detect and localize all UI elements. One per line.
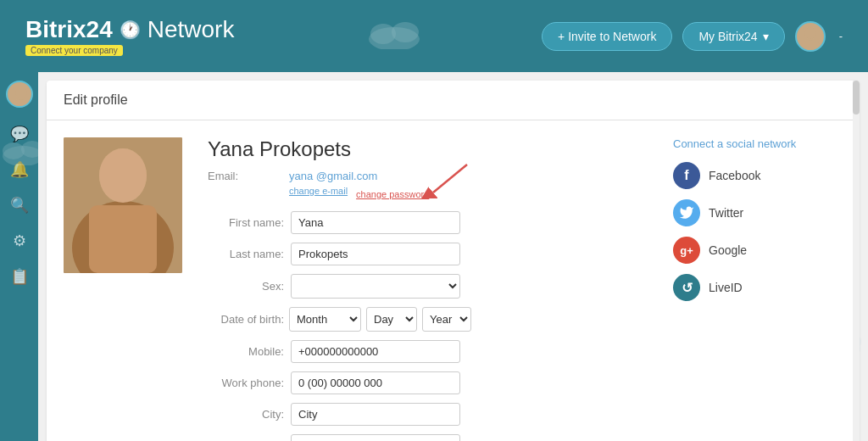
google-label: Google bbox=[709, 243, 747, 257]
main-container: 💬 🔔 🔍 ⚙ 📋 Edit profile bbox=[0, 72, 868, 441]
email-label: Email: bbox=[208, 170, 284, 182]
city-input[interactable] bbox=[291, 403, 460, 426]
svg-rect-17 bbox=[89, 205, 157, 273]
header-actions: + Invite to Network My Bitrix24 ▾ - bbox=[542, 21, 843, 52]
form-row-city: City: bbox=[208, 403, 648, 426]
google-icon: g+ bbox=[673, 237, 700, 264]
social-panel: Connect a social network f Facebook Twit… bbox=[673, 137, 843, 441]
change-email-link[interactable]: change e-mail bbox=[289, 186, 348, 201]
form-row-lastname: Last name: bbox=[208, 243, 648, 265]
logo-bitrix: Bitrix24 bbox=[25, 16, 113, 43]
svg-point-4 bbox=[800, 40, 821, 50]
sex-label: Sex: bbox=[208, 280, 284, 293]
scrollbar-track[interactable] bbox=[853, 81, 860, 441]
sidebar-user-avatar[interactable] bbox=[6, 81, 33, 108]
arrow-container: change password bbox=[356, 186, 429, 201]
edit-profile-panel: Edit profile bbox=[47, 81, 860, 441]
svg-point-3 bbox=[804, 27, 816, 39]
svg-point-9 bbox=[11, 99, 31, 108]
firstname-input[interactable] bbox=[291, 211, 460, 234]
twitter-icon bbox=[673, 199, 700, 226]
workphone-input[interactable] bbox=[291, 371, 460, 394]
city-label: City: bbox=[208, 408, 284, 421]
firstname-label: First name: bbox=[208, 216, 284, 229]
workphone-label: Work phone: bbox=[208, 377, 284, 389]
mobile-label: Mobile: bbox=[208, 345, 284, 358]
social-item-facebook[interactable]: f Facebook bbox=[673, 162, 843, 189]
scrollbar-thumb[interactable] bbox=[853, 81, 860, 114]
form-row-sex: Sex: Male Female bbox=[208, 274, 648, 299]
red-arrow-annotation bbox=[416, 160, 476, 198]
svg-point-8 bbox=[15, 87, 27, 98]
panel-body: Yana Prokopets Email: yana @gmail.com ch… bbox=[47, 120, 860, 441]
my-bitrix24-button[interactable]: My Bitrix24 ▾ bbox=[682, 22, 784, 51]
clock-icon: 🕐 bbox=[120, 20, 141, 40]
liveid-label: LiveID bbox=[709, 281, 743, 294]
facebook-label: Facebook bbox=[709, 169, 760, 182]
dob-year-select[interactable]: Year bbox=[422, 307, 471, 332]
form-row-company: Company: bbox=[208, 434, 648, 441]
form-row-dob: Date of birth: Month JanuaryFebruaryMarc… bbox=[208, 307, 648, 332]
email-actions: change e-mail change password bbox=[289, 186, 648, 201]
form-area: Yana Prokopets Email: yana @gmail.com ch… bbox=[208, 137, 648, 441]
social-item-liveid[interactable]: ↺ LiveID bbox=[673, 274, 843, 301]
lastname-input[interactable] bbox=[291, 243, 460, 265]
mobile-input[interactable] bbox=[291, 340, 460, 363]
header-avatar-menu-dot[interactable]: - bbox=[839, 30, 843, 42]
sex-select[interactable]: Male Female bbox=[291, 274, 460, 299]
invite-to-network-button[interactable]: + Invite to Network bbox=[542, 22, 672, 51]
form-row-firstname: First name: bbox=[208, 211, 648, 234]
logo-tagline: Connect your company bbox=[25, 45, 123, 56]
cloud-decoration-header bbox=[364, 15, 424, 53]
header-user-avatar[interactable] bbox=[795, 21, 826, 52]
content-area: Edit profile bbox=[38, 72, 868, 441]
sidebar-icon-tasks[interactable]: 📋 bbox=[10, 267, 29, 286]
dob-day-select[interactable]: Day bbox=[366, 307, 417, 332]
facebook-icon: f bbox=[673, 162, 700, 189]
social-item-google[interactable]: g+ Google bbox=[673, 237, 843, 264]
social-item-twitter[interactable]: Twitter bbox=[673, 199, 843, 226]
profile-name: Yana Prokopets bbox=[208, 137, 648, 161]
svg-line-19 bbox=[433, 165, 467, 193]
dob-label: Date of birth: bbox=[208, 313, 284, 326]
svg-point-16 bbox=[99, 148, 147, 203]
logo: Bitrix24 🕐 Network Connect your company bbox=[25, 16, 234, 56]
liveid-icon: ↺ bbox=[673, 274, 700, 301]
profile-photo[interactable] bbox=[64, 137, 182, 273]
logo-network: Network bbox=[147, 16, 235, 43]
my-bitrix24-label: My Bitrix24 bbox=[698, 30, 757, 43]
page-title: Edit profile bbox=[64, 92, 128, 107]
form-row-mobile: Mobile: bbox=[208, 340, 648, 363]
sidebar: 💬 🔔 🔍 ⚙ 📋 bbox=[0, 72, 38, 441]
sidebar-icon-settings[interactable]: ⚙ bbox=[13, 232, 26, 250]
sidebar-icon-search[interactable]: 🔍 bbox=[10, 196, 29, 215]
svg-point-2 bbox=[392, 22, 419, 42]
company-input[interactable] bbox=[291, 434, 460, 441]
svg-point-6 bbox=[3, 142, 25, 159]
email-value: yana @gmail.com bbox=[289, 170, 377, 182]
twitter-label: Twitter bbox=[709, 206, 743, 220]
lastname-label: Last name: bbox=[208, 248, 284, 260]
header: Bitrix24 🕐 Network Connect your company … bbox=[0, 0, 868, 72]
dropdown-arrow-icon: ▾ bbox=[763, 30, 769, 43]
panel-header: Edit profile bbox=[47, 81, 860, 120]
form-row-workphone: Work phone: bbox=[208, 371, 648, 394]
connect-social-title[interactable]: Connect a social network bbox=[673, 137, 843, 150]
dob-month-select[interactable]: Month JanuaryFebruaryMarch AprilMayJune … bbox=[289, 307, 361, 332]
profile-photo-inner bbox=[64, 137, 182, 273]
